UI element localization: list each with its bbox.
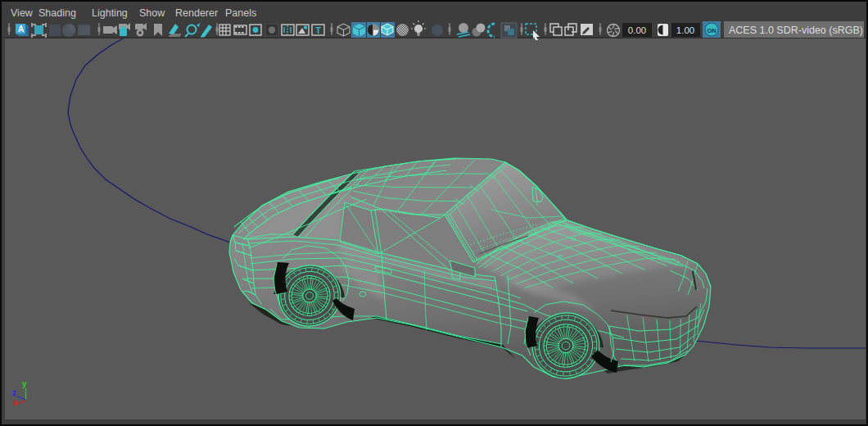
svg-text:y: y [22,379,27,388]
svg-text:x: x [13,398,18,407]
svg-text:z: z [12,388,16,397]
